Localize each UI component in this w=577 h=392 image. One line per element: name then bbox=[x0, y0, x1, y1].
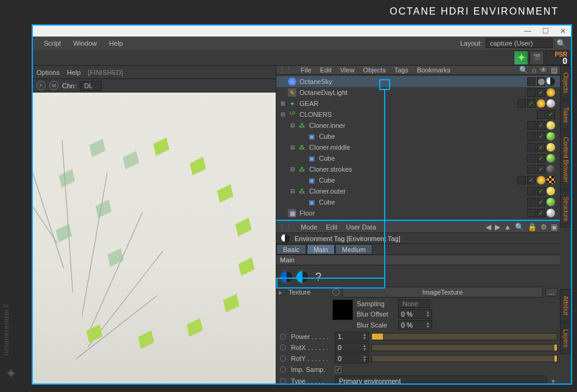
expand-toggle[interactable]: ⊟ bbox=[290, 166, 296, 172]
help-icon[interactable]: ? bbox=[312, 271, 321, 284]
expand-toggle[interactable]: ⊟ bbox=[280, 111, 286, 117]
tag-box[interactable] bbox=[527, 143, 536, 152]
om-menu-tags[interactable]: Tags bbox=[394, 66, 408, 74]
tag-box[interactable] bbox=[527, 154, 536, 163]
tree-row[interactable]: ▣Cube✓ bbox=[276, 131, 560, 142]
texture-button[interactable]: ImageTexture bbox=[342, 287, 543, 298]
tree-row[interactable]: ▣Cube✓ bbox=[276, 153, 560, 164]
expand-toggle[interactable]: ⊞ bbox=[280, 100, 286, 107]
tag-sun[interactable] bbox=[537, 176, 545, 184]
tag-box[interactable] bbox=[527, 198, 536, 206]
tree-row[interactable]: ✎OctaneDayLight✓ bbox=[276, 87, 560, 98]
tag-dot[interactable] bbox=[537, 77, 545, 86]
side-tab-takes[interactable]: Takes bbox=[560, 100, 571, 130]
nav-up-icon[interactable]: ▲ bbox=[504, 223, 511, 231]
layout-select[interactable]: capture (User) bbox=[486, 38, 553, 48]
om-home-icon[interactable]: ⌂ bbox=[532, 66, 536, 74]
power-slider[interactable] bbox=[371, 333, 558, 340]
maximize-button[interactable]: ☐ bbox=[542, 27, 549, 35]
tree-row[interactable]: ⊟⁂Cloner.outer✓ bbox=[276, 186, 560, 197]
tag-box[interactable] bbox=[527, 121, 536, 130]
tag-check[interactable]: ✓ bbox=[527, 176, 536, 184]
side-tab-content-browser[interactable]: Content Browser bbox=[560, 130, 571, 189]
tag-check[interactable]: ✓ bbox=[537, 187, 545, 195]
attr-search-icon[interactable]: 🔍 bbox=[515, 223, 524, 231]
tree-row[interactable]: ▦Floor✓ bbox=[276, 208, 560, 219]
tag-box[interactable] bbox=[527, 77, 536, 86]
tree-row[interactable]: ⊟⁂Cloner.inner✓ bbox=[276, 120, 560, 131]
texture-browse-button[interactable]: … bbox=[545, 288, 558, 296]
om-list-icon[interactable]: ▤ bbox=[551, 66, 558, 74]
octane-live-icon[interactable]: ✦ bbox=[514, 51, 528, 65]
tree-row[interactable]: OctaneSky bbox=[276, 76, 560, 87]
roty-anim-radio[interactable] bbox=[280, 355, 286, 362]
tag-green[interactable] bbox=[547, 154, 555, 163]
expand-toggle[interactable]: ⊟ bbox=[290, 188, 296, 194]
power-anim-radio[interactable] bbox=[280, 334, 286, 340]
tag-check[interactable]: ✓ bbox=[547, 110, 555, 119]
search-icon[interactable]: 🔍 bbox=[556, 39, 566, 48]
om-menu-objects[interactable]: Objects bbox=[363, 66, 385, 74]
attr-new-icon[interactable]: ▣ bbox=[551, 223, 558, 231]
om-menu-bookmarks[interactable]: Bookmarks bbox=[417, 66, 450, 74]
tree-row[interactable]: ⊞✦GEAR✓ bbox=[276, 98, 560, 109]
attr-tab-medium[interactable]: Medium bbox=[335, 244, 372, 254]
blur-scale-field[interactable]: 0 %▴▾ bbox=[398, 320, 432, 330]
nav-back-icon[interactable]: ◀ bbox=[486, 223, 491, 231]
impsamp-checkbox[interactable]: ✓ bbox=[335, 366, 341, 373]
mask-icon[interactable]: M bbox=[49, 81, 58, 90]
channel-select[interactable]: DL bbox=[80, 81, 102, 91]
attr-menu-edit[interactable]: Edit bbox=[326, 223, 338, 231]
tree-row[interactable]: ▣Cube✓ bbox=[276, 197, 560, 208]
tag-box[interactable] bbox=[527, 187, 536, 195]
psr-counter[interactable]: PSR0 bbox=[545, 51, 570, 65]
om-eye-icon[interactable]: 👁 bbox=[540, 66, 547, 74]
attr-settings-icon[interactable]: ⚙ bbox=[540, 223, 547, 231]
tag-box[interactable] bbox=[527, 165, 536, 173]
tag-box[interactable] bbox=[527, 132, 536, 141]
tag-sphere[interactable] bbox=[547, 99, 555, 108]
tag-yellow[interactable] bbox=[547, 143, 555, 152]
tag-check[interactable]: ✓ bbox=[537, 198, 545, 206]
rotx-anim-radio[interactable] bbox=[280, 345, 286, 351]
tag-check[interactable]: ✓ bbox=[537, 143, 545, 152]
tree-row[interactable]: ⊟⁂Cloner.strokes✓ bbox=[276, 164, 560, 175]
viewport-menu-help[interactable]: Help bbox=[67, 69, 81, 76]
expand-toggle[interactable]: ⊟ bbox=[290, 122, 296, 128]
picture-viewer-icon[interactable]: 🎬 bbox=[530, 51, 544, 65]
expand-toggle[interactable]: ⊟ bbox=[290, 144, 296, 150]
tag-box[interactable] bbox=[517, 99, 526, 108]
om-menu-view[interactable]: View bbox=[340, 66, 355, 74]
object-tree[interactable]: OctaneSky✎OctaneDayLight✓⊞✦GEAR✓⊟ᴸ⁰CLONE… bbox=[276, 75, 560, 220]
power-field[interactable]: 1.▴▾ bbox=[335, 332, 369, 341]
render-viewport[interactable] bbox=[33, 93, 276, 383]
impsamp-anim-radio[interactable] bbox=[280, 366, 286, 373]
tree-row[interactable]: ▣Cube✓ bbox=[276, 175, 560, 186]
type-anim-radio[interactable] bbox=[280, 378, 286, 383]
rotx-field[interactable]: 0▴▾ bbox=[335, 343, 369, 352]
om-menu-edit[interactable]: Edit bbox=[320, 66, 332, 74]
tag-sun[interactable] bbox=[537, 99, 545, 108]
attr-menu-userdata[interactable]: User Data bbox=[346, 223, 377, 231]
tag-green[interactable] bbox=[547, 198, 555, 206]
tag-box[interactable] bbox=[527, 209, 536, 217]
tag-check[interactable]: ✓ bbox=[537, 121, 545, 130]
viewport-menu-options[interactable]: Options bbox=[37, 69, 60, 76]
nav-fwd-icon[interactable]: ▶ bbox=[495, 223, 500, 231]
tag-check[interactable]: ✓ bbox=[537, 132, 545, 141]
side-tab-layers[interactable]: Layers bbox=[560, 323, 571, 354]
rotx-slider[interactable] bbox=[371, 344, 558, 351]
close-button[interactable]: ✕ bbox=[560, 27, 566, 35]
texture-play-icon[interactable] bbox=[332, 289, 340, 296]
tag-check[interactable]: ✓ bbox=[537, 88, 545, 97]
tag-box[interactable] bbox=[517, 176, 526, 184]
side-tab-structure[interactable]: Structure bbox=[560, 190, 571, 228]
tag-yellow[interactable] bbox=[547, 121, 555, 130]
attr-tab-main[interactable]: Main bbox=[307, 244, 335, 254]
tag-sun[interactable] bbox=[547, 88, 555, 97]
tag-check[interactable]: ✓ bbox=[537, 165, 545, 173]
texture-preview-swatch[interactable] bbox=[332, 299, 353, 320]
env-visible-icon[interactable] bbox=[296, 270, 309, 284]
attr-menu-mode[interactable]: Mode bbox=[301, 223, 318, 231]
minimize-button[interactable]: — bbox=[524, 27, 531, 35]
